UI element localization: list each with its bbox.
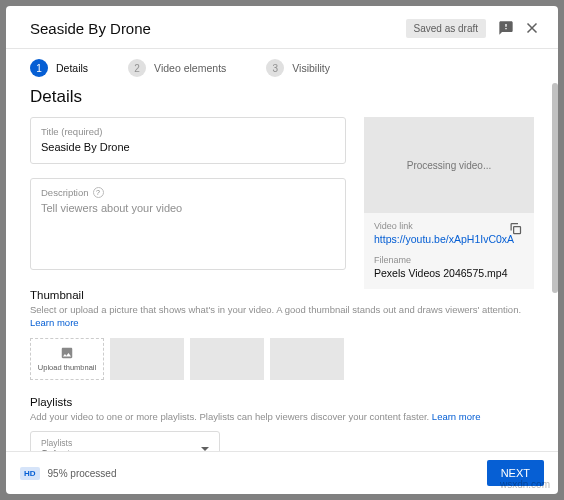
- copy-icon[interactable]: [508, 221, 526, 239]
- description-input[interactable]: Description ? Tell viewers about your vi…: [30, 178, 346, 270]
- video-meta: Video link https://youtu.be/xApH1IvC0xA …: [364, 213, 534, 289]
- description-label: Description ?: [41, 187, 335, 198]
- upload-thumbnail-button[interactable]: Upload thumbnail: [30, 338, 104, 380]
- dialog-body: Details Title (required) Seaside By Dron…: [6, 83, 558, 451]
- thumbnail-desc: Select or upload a picture that shows wh…: [30, 303, 534, 330]
- processing-text: Processing video...: [407, 160, 492, 171]
- svg-rect-0: [514, 227, 521, 234]
- step-label: Details: [56, 62, 88, 74]
- stepper: 1 Details 2 Video elements 3 Visibility: [6, 49, 558, 83]
- close-icon[interactable]: [520, 16, 544, 40]
- next-button[interactable]: NEXT: [487, 460, 544, 486]
- step-video-elements[interactable]: 2 Video elements: [128, 59, 226, 77]
- step-details[interactable]: 1 Details: [30, 59, 88, 77]
- step-number: 1: [30, 59, 48, 77]
- details-heading: Details: [30, 87, 534, 107]
- title-value: Seaside By Drone: [41, 141, 335, 153]
- step-number: 3: [266, 59, 284, 77]
- feedback-icon[interactable]: [494, 16, 518, 40]
- filename-value: Pexels Videos 2046575.mp4: [374, 267, 524, 279]
- thumbnail-heading: Thumbnail: [30, 289, 534, 301]
- upload-dialog: Seaside By Drone Saved as draft 1 Detail…: [6, 6, 558, 494]
- thumbnail-learn-more[interactable]: Learn more: [30, 317, 79, 328]
- video-link[interactable]: https://youtu.be/xApH1IvC0xA: [374, 233, 524, 245]
- description-placeholder: Tell viewers about your video: [41, 202, 335, 214]
- filename-label: Filename: [374, 255, 524, 265]
- thumbnail-slot[interactable]: [110, 338, 184, 380]
- video-link-label: Video link: [374, 221, 524, 231]
- image-icon: [60, 346, 74, 360]
- progress-text: 95% processed: [48, 468, 487, 479]
- step-label: Visibility: [292, 62, 330, 74]
- step-number: 2: [128, 59, 146, 77]
- playlists-select-value: Select: [41, 448, 201, 451]
- step-label: Video elements: [154, 62, 226, 74]
- saved-as-draft-badge: Saved as draft: [406, 19, 486, 38]
- step-visibility[interactable]: 3 Visibility: [266, 59, 330, 77]
- thumbnail-slot[interactable]: [270, 338, 344, 380]
- dialog-header: Seaside By Drone Saved as draft: [6, 6, 558, 49]
- video-preview: Processing video...: [364, 117, 534, 213]
- title-input[interactable]: Title (required) Seaside By Drone: [30, 117, 346, 164]
- playlists-desc: Add your video to one or more playlists.…: [30, 410, 534, 423]
- help-icon[interactable]: ?: [93, 187, 104, 198]
- video-title: Seaside By Drone: [30, 20, 406, 37]
- thumbnail-row: Upload thumbnail: [30, 338, 534, 380]
- hd-badge: HD: [20, 467, 40, 480]
- playlists-select-label: Playlists: [41, 438, 201, 448]
- playlists-select[interactable]: Playlists Select: [30, 431, 220, 451]
- thumbnail-slot[interactable]: [190, 338, 264, 380]
- scrollbar-thumb[interactable]: [552, 83, 558, 293]
- dialog-footer: HD 95% processed NEXT: [6, 451, 558, 494]
- chevron-down-icon: [201, 447, 209, 451]
- playlists-heading: Playlists: [30, 396, 534, 408]
- title-label: Title (required): [41, 126, 335, 137]
- playlists-learn-more[interactable]: Learn more: [432, 411, 481, 422]
